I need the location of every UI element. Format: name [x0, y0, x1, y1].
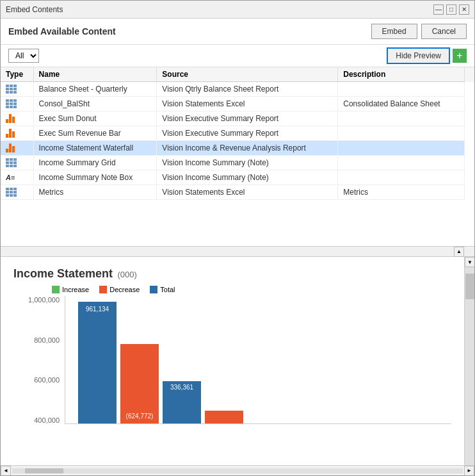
- bar-group-4: [205, 411, 243, 423]
- bar-2-label: (624,772): [126, 413, 154, 420]
- table-row[interactable]: Income Statement WaterfallVision Income …: [1, 141, 474, 156]
- increase-color: [52, 286, 60, 293]
- table-row[interactable]: Consol_BalShtVision Statements ExcelCons…: [1, 97, 474, 111]
- bar-3-label: 336,361: [170, 384, 193, 391]
- cell-source: Vision Executive Summary Report: [157, 126, 338, 141]
- cell-description: Metrics: [338, 185, 464, 200]
- cell-description: [338, 170, 464, 185]
- preview-row: Income Statement (000) Increase Decrease: [1, 257, 474, 465]
- cell-source: Vision Income Summary (Note): [157, 170, 338, 185]
- v-scroll-thumb[interactable]: [465, 274, 474, 299]
- cell-name: Consol_BalSht: [33, 97, 157, 111]
- col-spacer: [464, 67, 474, 82]
- col-name: Name: [33, 67, 157, 82]
- top-bar: Embed Available Content Embed Cancel: [1, 19, 474, 45]
- cell-type: A≡: [1, 170, 33, 185]
- col-type: Type: [1, 67, 33, 82]
- h-scroll-thumb[interactable]: [25, 468, 63, 473]
- y-label-600: 600,000: [20, 376, 60, 384]
- filter-dropdown[interactable]: All: [8, 49, 39, 63]
- hide-preview-button[interactable]: Hide Preview: [387, 47, 450, 64]
- cell-type: [1, 156, 33, 170]
- cell-type: [1, 97, 33, 111]
- table-container: Type Name Source Description Balance She…: [1, 67, 474, 247]
- table-row[interactable]: A≡Income Summary Note BoxVision Income S…: [1, 170, 474, 185]
- minimize-button[interactable]: —: [433, 4, 444, 15]
- cell-source: Vision Executive Summary Report: [157, 111, 338, 126]
- cell-description: [338, 111, 464, 126]
- chart-title: Income Statement: [13, 267, 113, 280]
- h-scroll-left-arrow[interactable]: ◄: [1, 466, 11, 476]
- y-label-800: 800,000: [20, 336, 60, 344]
- cancel-button[interactable]: Cancel: [421, 24, 467, 39]
- bars-container: 961,134 (624,772): [65, 296, 451, 424]
- bar-group-3: 336,361: [163, 381, 201, 423]
- cell-description: Consolidated Balance Sheet: [338, 97, 464, 111]
- y-label-400: 400,000: [20, 416, 60, 424]
- cell-name: Exec Sum Donut: [33, 111, 157, 126]
- chart-area: 1,000,000 800,000 600,000 400,000 961,13…: [20, 296, 451, 424]
- h-scroll-track: [12, 468, 463, 473]
- cell-source: Vision Income Summary (Note): [157, 156, 338, 170]
- cell-name: Income Statement Waterfall: [33, 141, 157, 156]
- total-label: Total: [160, 286, 175, 293]
- legend-decrease: Decrease: [99, 286, 140, 293]
- cell-name: Exec Sum Revenue Bar: [33, 126, 157, 141]
- content-area: Type Name Source Description Balance She…: [1, 67, 474, 475]
- cell-description: [338, 126, 464, 141]
- table-row[interactable]: MetricsVision Statements ExcelMetrics: [1, 185, 474, 200]
- bar-group-1: 961,134: [78, 302, 117, 423]
- preview-section: ▲ Income Statement (000) Increase: [1, 247, 474, 475]
- table-row[interactable]: Income Summary GridVision Income Summary…: [1, 156, 474, 170]
- legend-increase: Increase: [52, 286, 89, 293]
- col-source: Source: [157, 67, 338, 82]
- close-button[interactable]: ✕: [459, 4, 469, 15]
- bottom-scrollbar: ◄ ►: [1, 465, 474, 475]
- title-bar: Embed Contents — □ ✕: [1, 1, 474, 19]
- embed-contents-window: Embed Contents — □ ✕ Embed Available Con…: [0, 0, 475, 476]
- decrease-color: [99, 286, 107, 293]
- cell-type: [1, 126, 33, 141]
- cell-name: Income Summary Note Box: [33, 170, 157, 185]
- grid-icon: [6, 158, 17, 167]
- bar-chart-icon: [6, 114, 28, 123]
- bar-2: (624,772): [120, 344, 159, 423]
- bar-group-2: (624,772): [120, 344, 159, 423]
- chart-subtitle: (000): [117, 270, 136, 279]
- filter-bar: All Hide Preview +: [1, 45, 474, 67]
- y-axis: 1,000,000 800,000 600,000 400,000: [20, 296, 65, 424]
- content-table: Type Name Source Description Balance She…: [1, 67, 474, 200]
- embed-button[interactable]: Embed: [371, 24, 417, 39]
- preview-top-bar: ▲: [1, 247, 474, 257]
- top-bar-buttons: Embed Cancel: [371, 24, 467, 39]
- cell-type: [1, 82, 33, 97]
- cell-name: Income Summary Grid: [33, 156, 157, 170]
- cell-source: Vision Qtrly Balance Sheet Report: [157, 82, 338, 97]
- cell-description: [338, 141, 464, 156]
- table-row[interactable]: Exec Sum DonutVision Executive Summary R…: [1, 111, 474, 126]
- decrease-label: Decrease: [109, 286, 140, 293]
- scroll-up-button[interactable]: ▲: [454, 247, 464, 257]
- bar-1: 961,134: [78, 302, 117, 423]
- h-scroll-right-arrow[interactable]: ►: [464, 466, 474, 476]
- table-row[interactable]: Balance Sheet - QuarterlyVision Qtrly Ba…: [1, 82, 474, 97]
- legend-total: Total: [150, 286, 175, 293]
- add-button[interactable]: +: [453, 49, 467, 63]
- total-color: [150, 286, 157, 293]
- chart-legend: Increase Decrease Total: [52, 286, 451, 293]
- chart-content: Income Statement (000) Increase Decrease: [1, 257, 464, 465]
- cell-source: Vision Statements Excel: [157, 97, 338, 111]
- bar-1-label: 961,134: [86, 306, 109, 313]
- y-label-1000: 1,000,000: [20, 296, 60, 304]
- increase-label: Increase: [62, 286, 89, 293]
- maximize-button[interactable]: □: [446, 4, 456, 15]
- table-row[interactable]: Exec Sum Revenue BarVision Executive Sum…: [1, 126, 474, 141]
- bar-3: 336,361: [163, 381, 201, 423]
- col-description: Description: [338, 67, 464, 82]
- embed-available-content-label: Embed Available Content: [8, 26, 116, 37]
- cell-name: Balance Sheet - Quarterly: [33, 82, 157, 97]
- grid-icon: [6, 99, 17, 108]
- cell-source: Vision Statements Excel: [157, 185, 338, 200]
- window-controls: — □ ✕: [433, 4, 469, 15]
- scroll-down-arrow[interactable]: ▼: [465, 257, 474, 267]
